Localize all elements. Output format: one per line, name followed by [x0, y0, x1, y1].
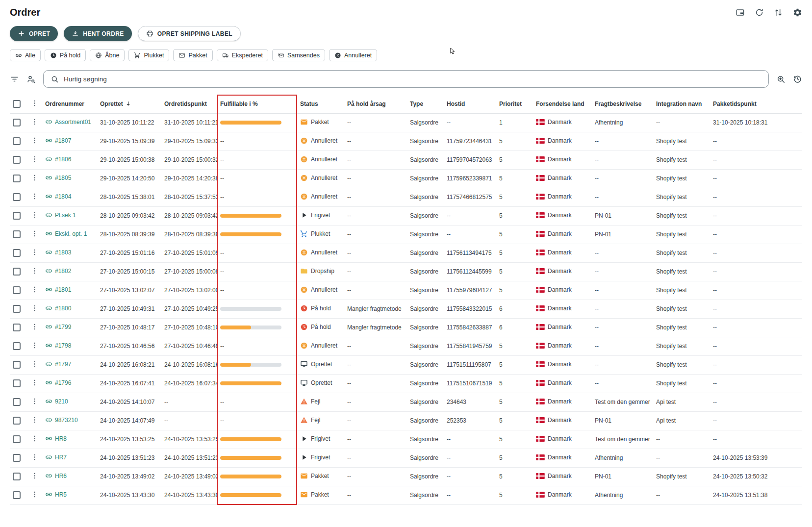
row-checkbox[interactable] [13, 249, 21, 257]
filter-chip-samsendes[interactable]: Samsendes [272, 49, 325, 61]
create-order-button[interactable]: OPRET [10, 26, 58, 41]
order-link[interactable]: HR7 [45, 453, 67, 461]
order-link[interactable]: #1804 [45, 193, 71, 200]
row-checkbox[interactable] [13, 175, 21, 182]
row-checkbox[interactable] [13, 137, 21, 145]
row-checkbox[interactable] [13, 230, 21, 238]
row-checkbox[interactable] [13, 324, 21, 331]
column-header-prioritet[interactable]: Prioritet [496, 95, 533, 113]
row-menu-button[interactable] [30, 304, 39, 312]
sort-order-icon[interactable] [774, 8, 783, 17]
column-header-pakketidspunkt[interactable]: Pakketidspunkt [710, 95, 802, 113]
row-checkbox[interactable] [13, 361, 21, 369]
row-checkbox[interactable] [13, 435, 21, 443]
cell-pa_hold_arsag: -- [344, 225, 407, 244]
column-header-pa_hold_arsag[interactable]: På hold årsag [344, 95, 407, 113]
filter-chip-plukket[interactable]: Plukket [128, 49, 169, 61]
row-checkbox[interactable] [13, 156, 21, 164]
search-history-icon[interactable] [793, 75, 802, 84]
row-checkbox[interactable] [13, 193, 21, 201]
refresh-icon[interactable] [755, 8, 764, 17]
row-menu-button[interactable] [30, 229, 39, 238]
order-link[interactable]: 9873210 [45, 416, 78, 424]
order-link[interactable]: #1805 [45, 174, 71, 181]
row-menu-button[interactable] [30, 192, 39, 201]
order-link[interactable]: #1806 [45, 155, 71, 163]
row-menu-button[interactable] [30, 174, 39, 182]
order-link[interactable]: #1800 [45, 304, 71, 312]
order-link[interactable]: #1802 [45, 267, 71, 275]
filter-chip--bne[interactable]: Åbne [90, 49, 125, 61]
row-menu-button[interactable] [30, 490, 39, 499]
side-panel-icon[interactable] [736, 8, 745, 17]
filter-chip-pakket[interactable]: Pakket [173, 49, 212, 61]
row-checkbox[interactable] [13, 454, 21, 462]
column-header-fragtbeskrivelse[interactable]: Fragtbeskrivelse [592, 95, 653, 113]
person-search-icon[interactable] [26, 75, 36, 84]
row-checkbox[interactable] [13, 379, 21, 387]
column-header-land[interactable]: Forsendelse land [533, 95, 592, 113]
column-header-hostid[interactable]: Hostid [444, 95, 496, 113]
order-link[interactable]: HR8 [45, 435, 67, 442]
row-menu-button[interactable] [30, 378, 39, 387]
row-menu-button[interactable] [30, 248, 39, 256]
row-checkbox[interactable] [13, 286, 21, 294]
filter-chip-annulleret[interactable]: Annulleret [329, 49, 377, 61]
select-all-checkbox[interactable] [13, 100, 21, 108]
row-checkbox[interactable] [13, 398, 21, 406]
order-link[interactable]: #1799 [45, 323, 71, 330]
create-shipping-label-button[interactable]: OPRET SHIPPING LABEL [138, 26, 241, 41]
row-checkbox[interactable] [13, 491, 21, 499]
order-link[interactable]: HR5 [45, 491, 67, 498]
row-menu-button[interactable] [30, 118, 39, 126]
settings-gear-icon[interactable] [793, 8, 802, 17]
filter-chip-p-hold[interactable]: På hold [45, 49, 86, 61]
row-checkbox[interactable] [13, 305, 21, 313]
row-menu-button[interactable] [30, 267, 39, 275]
order-link[interactable]: Assortment01 [45, 118, 91, 125]
order-link[interactable]: HR6 [45, 472, 67, 479]
order-link[interactable]: Ekskl. opt. 1 [45, 230, 87, 237]
row-menu-button[interactable] [30, 136, 39, 145]
column-header-status[interactable]: Status [297, 95, 344, 113]
order-link[interactable]: #1796 [45, 379, 71, 386]
order-link[interactable]: 9210 [45, 398, 68, 405]
order-link[interactable]: Pl.sek 1 [45, 211, 76, 219]
order-link[interactable]: #1797 [45, 360, 71, 368]
column-header-type[interactable]: Type [407, 95, 444, 113]
row-menu-button[interactable] [30, 211, 39, 219]
row-menu-button[interactable] [30, 453, 39, 461]
order-link[interactable]: #1801 [45, 286, 71, 293]
row-menu-button[interactable] [30, 341, 39, 350]
row-menu-button[interactable] [30, 360, 39, 368]
row-menu-button[interactable] [30, 285, 39, 294]
row-checkbox[interactable] [13, 417, 21, 425]
row-menu-button[interactable] [30, 323, 39, 331]
order-link[interactable]: #1803 [45, 249, 71, 256]
order-link[interactable]: #1798 [45, 342, 71, 349]
search-input[interactable] [64, 75, 761, 83]
row-menu-button[interactable] [30, 434, 39, 443]
row-menu-button[interactable] [30, 155, 39, 163]
saved-search-icon[interactable] [776, 75, 786, 84]
header-menu-icon[interactable] [30, 99, 39, 107]
fetch-order-button[interactable]: HENT ORDRE [64, 26, 131, 41]
row-checkbox[interactable] [13, 119, 21, 126]
row-menu-button[interactable] [30, 472, 39, 480]
filter-icon[interactable] [10, 75, 19, 84]
filter-chip-alle[interactable]: Alle [10, 49, 41, 61]
column-header-integration[interactable]: Integration navn [653, 95, 710, 113]
row-menu-button[interactable] [30, 397, 39, 405]
row-checkbox[interactable] [13, 268, 21, 276]
column-header-fulfillable[interactable]: Fulfillable i % [217, 95, 297, 113]
row-checkbox[interactable] [13, 342, 21, 350]
column-header-ordrenummer[interactable]: Ordrenummer [42, 95, 97, 113]
column-header-oprettet[interactable]: Oprettet [97, 95, 161, 113]
filter-chip-ekspederet[interactable]: Ekspederet [217, 49, 268, 61]
order-link[interactable]: #1807 [45, 137, 71, 144]
column-header-ordretidspunkt[interactable]: Ordretidspunkt [161, 95, 217, 113]
row-menu-button[interactable] [30, 416, 39, 424]
cell-land: Danmark [533, 374, 592, 393]
row-checkbox[interactable] [13, 212, 21, 220]
row-checkbox[interactable] [13, 473, 21, 480]
